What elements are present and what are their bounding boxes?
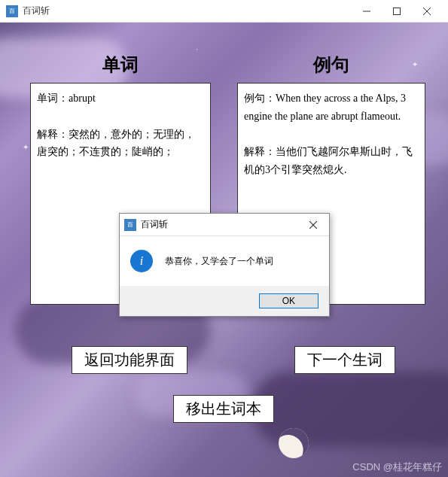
dialog-app-icon: 百: [124, 219, 136, 231]
maximize-button[interactable]: [382, 1, 412, 22]
word-label: 单词：: [37, 93, 69, 104]
dialog-message: 恭喜你，又学会了一个单词: [165, 255, 273, 268]
dialog-close-button[interactable]: [302, 216, 325, 234]
content-area: ✦ ✦ ✦ · 单词 例句 单词：abrupt 解释：突然的，意外的；无理的，唐…: [0, 23, 448, 477]
definition-label: 解释：: [37, 129, 69, 140]
dialog-title: 百词斩: [141, 218, 168, 231]
svg-rect-1: [394, 8, 401, 14]
word-heading: 单词: [30, 53, 211, 77]
back-button[interactable]: 返回功能界面: [72, 346, 187, 374]
window-titlebar: 百 百词斩: [0, 0, 448, 23]
window-title: 百词斩: [23, 5, 50, 17]
remove-word-button[interactable]: 移出生词本: [173, 395, 274, 423]
sentence-label: 例句：: [244, 93, 276, 104]
info-icon: i: [130, 250, 153, 272]
minimize-button[interactable]: [352, 1, 382, 22]
message-dialog: 百 百词斩 i 恭喜你，又学会了一个单词 OK: [119, 213, 330, 317]
dialog-titlebar: 百 百词斩: [120, 214, 329, 236]
app-icon: 百: [6, 5, 18, 17]
example-heading: 例句: [237, 53, 425, 77]
watermark: CSDN @桂花年糕仔: [352, 460, 442, 474]
ok-button[interactable]: OK: [259, 293, 318, 308]
word-value: abrupt: [69, 93, 96, 104]
close-button[interactable]: [412, 1, 442, 22]
next-word-button[interactable]: 下一个生词: [294, 346, 395, 374]
translation-label: 解释：: [244, 146, 276, 157]
